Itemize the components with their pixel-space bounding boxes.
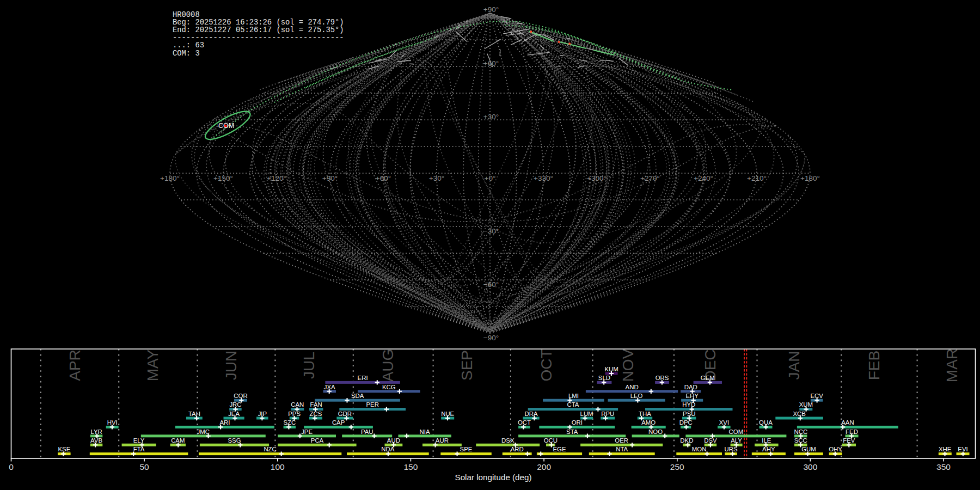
svg-text:LEO: LEO — [630, 393, 643, 399]
svg-text:ELY: ELY — [133, 437, 145, 444]
svg-text:NDA: NDA — [381, 446, 394, 452]
svg-text:JAN: JAN — [786, 351, 803, 380]
svg-text:+30°: +30° — [429, 174, 444, 182]
svg-text:CAP: CAP — [332, 419, 345, 426]
svg-text:KSE: KSE — [58, 446, 71, 452]
svg-text:+180°: +180° — [800, 174, 820, 182]
svg-text:HR0008: HR0008 — [173, 11, 200, 19]
svg-text:MAR: MAR — [944, 348, 960, 382]
svg-text:JUN: JUN — [223, 351, 240, 380]
svg-text:250: 250 — [670, 462, 684, 471]
svg-text:ERI: ERI — [358, 375, 368, 381]
svg-text:DAD: DAD — [684, 384, 697, 390]
svg-text:200: 200 — [537, 462, 551, 471]
svg-text:FED: FED — [846, 428, 858, 435]
svg-text:OCT: OCT — [518, 419, 531, 426]
svg-text:ARI: ARI — [219, 419, 230, 426]
svg-text:+90°: +90° — [483, 5, 499, 14]
svg-text:CAN: CAN — [291, 401, 304, 408]
svg-text:EVI: EVI — [958, 446, 967, 452]
svg-text:DSV: DSV — [704, 437, 717, 444]
svg-text:KUM: KUM — [604, 366, 618, 372]
svg-text:DRA: DRA — [525, 411, 538, 417]
svg-text:SLD: SLD — [598, 375, 610, 381]
svg-text:ILE: ILE — [762, 437, 771, 444]
svg-text:100: 100 — [271, 462, 285, 471]
svg-text:AUG: AUG — [379, 349, 396, 382]
svg-text:NOO: NOO — [648, 428, 663, 435]
svg-text:+240°: +240° — [694, 174, 713, 182]
svg-text:AUD: AUD — [387, 437, 400, 444]
svg-text:+210°: +210° — [747, 174, 767, 182]
svg-text:300: 300 — [803, 462, 817, 471]
svg-text:PPS: PPS — [288, 411, 301, 417]
svg-text:COM: 3: COM: 3 — [173, 50, 200, 58]
svg-text:AMO: AMO — [641, 419, 656, 426]
svg-text:GEM: GEM — [701, 375, 715, 381]
svg-text:−30°: −30° — [483, 227, 499, 235]
svg-text:JIP: JIP — [258, 411, 267, 417]
svg-text:JRC: JRC — [229, 401, 241, 408]
svg-text:+120°: +120° — [267, 174, 286, 182]
svg-text:SCC: SCC — [794, 437, 807, 444]
svg-text:+150°: +150° — [213, 174, 233, 182]
svg-text:+330°: +330° — [534, 174, 553, 182]
svg-text:PSU: PSU — [683, 411, 695, 417]
svg-text:50: 50 — [139, 462, 149, 471]
svg-text:LMI: LMI — [568, 393, 579, 399]
svg-text:DKD: DKD — [680, 437, 693, 444]
svg-text:NCC: NCC — [794, 428, 807, 435]
svg-text:LUM: LUM — [580, 411, 593, 417]
svg-text:STA: STA — [566, 428, 578, 435]
svg-text:NUE: NUE — [441, 411, 454, 417]
svg-text:ECV: ECV — [810, 393, 823, 399]
svg-text:SZC: SZC — [283, 419, 296, 426]
svg-text:OCU: OCU — [544, 437, 558, 444]
svg-text:COM: COM — [729, 428, 744, 435]
svg-text:AUR: AUR — [436, 437, 449, 444]
svg-text:QUA: QUA — [759, 419, 773, 426]
svg-text:JEA: JEA — [228, 411, 240, 417]
svg-text:KCG: KCG — [382, 384, 396, 390]
svg-text:+270°: +270° — [640, 174, 660, 182]
svg-text:GDR: GDR — [338, 411, 352, 417]
svg-text:APR: APR — [66, 350, 83, 381]
svg-text:JPE: JPE — [301, 428, 313, 435]
svg-text:ORS: ORS — [656, 375, 669, 381]
svg-text:AND: AND — [626, 384, 639, 390]
svg-text:+0°: +0° — [485, 174, 496, 182]
svg-text:HVI: HVI — [107, 419, 118, 426]
svg-text:FAN: FAN — [310, 401, 322, 408]
svg-text:------------------------------: -------------------------------------- — [173, 34, 344, 42]
svg-text:+60°: +60° — [376, 174, 391, 182]
svg-text:DSX: DSX — [501, 437, 514, 444]
svg-text:+300°: +300° — [587, 174, 607, 182]
svg-text:PER: PER — [366, 401, 378, 408]
svg-text:NIA: NIA — [420, 428, 430, 435]
svg-text:MON: MON — [692, 446, 707, 452]
svg-text:JXA: JXA — [324, 384, 335, 390]
svg-text:JMC: JMC — [197, 428, 210, 435]
svg-text:EGE: EGE — [553, 446, 566, 452]
svg-text:XVI: XVI — [719, 419, 729, 426]
svg-text:OER: OER — [615, 437, 628, 444]
svg-text:URS: URS — [725, 446, 738, 452]
svg-text:FEV: FEV — [843, 437, 855, 444]
svg-text:OHY: OHY — [829, 446, 842, 452]
svg-text:RPU: RPU — [601, 411, 614, 417]
svg-text:150: 150 — [403, 462, 418, 471]
svg-text:ZCS: ZCS — [310, 411, 322, 417]
svg-text:TAH: TAH — [188, 411, 200, 417]
svg-text:XUM: XUM — [799, 401, 813, 408]
svg-text:350: 350 — [936, 462, 951, 471]
svg-text:HYD: HYD — [682, 401, 695, 408]
svg-text:LYR: LYR — [90, 428, 102, 435]
svg-text:+30°: +30° — [483, 113, 499, 121]
svg-text:−90°: −90° — [483, 334, 499, 342]
svg-text:ORI: ORI — [572, 419, 583, 426]
svg-text:MAY: MAY — [144, 349, 161, 381]
svg-text:PAU: PAU — [361, 428, 373, 435]
svg-text:CTA: CTA — [567, 401, 579, 408]
svg-text:COM: COM — [218, 122, 234, 130]
svg-text:Solar longitude (deg): Solar longitude (deg) — [455, 473, 532, 482]
